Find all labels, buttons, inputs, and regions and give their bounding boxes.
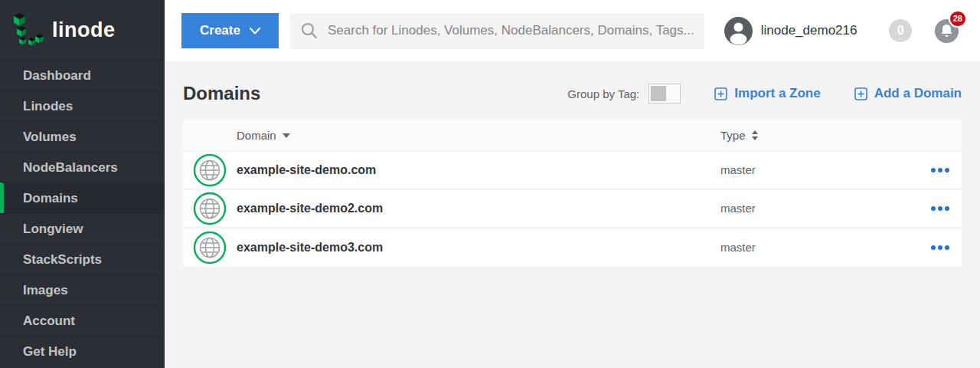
globe-icon bbox=[193, 192, 227, 225]
page-header: Domains Group by Tag: Import a Zone bbox=[183, 75, 962, 112]
sidebar-item-longview[interactable]: Longview bbox=[0, 213, 165, 244]
domain-type: master bbox=[720, 163, 756, 176]
page-title: Domains bbox=[183, 83, 260, 104]
column-header-domain[interactable]: Domain bbox=[237, 129, 720, 142]
topbar: Create linode_demo216 0 bbox=[165, 0, 980, 61]
sidebar: linode Dashboard Linodes Volumes NodeBal… bbox=[0, 0, 165, 368]
sidebar-item-domains[interactable]: Domains bbox=[0, 182, 165, 213]
sidebar-item-label: Longview bbox=[23, 222, 83, 237]
search-input[interactable] bbox=[328, 23, 694, 38]
sort-desc-icon bbox=[283, 133, 290, 138]
globe-icon bbox=[193, 231, 227, 264]
sidebar-item-get-help[interactable]: Get Help bbox=[0, 336, 165, 366]
plus-square-icon bbox=[714, 87, 727, 100]
sidebar-item-label: Domains bbox=[23, 191, 78, 206]
sidebar-item-label: Dashboard bbox=[23, 68, 91, 84]
plus-square-icon bbox=[854, 87, 867, 100]
row-icon-cell bbox=[183, 153, 237, 187]
sidebar-item-volumes[interactable]: Volumes bbox=[0, 121, 165, 152]
group-by-tag-toggle[interactable] bbox=[648, 84, 681, 104]
bell-icon bbox=[940, 24, 953, 38]
create-button[interactable]: Create bbox=[181, 13, 279, 48]
row-actions-menu-button[interactable] bbox=[929, 202, 951, 215]
sidebar-item-label: NodeBalancers bbox=[23, 160, 118, 176]
chevron-down-icon bbox=[250, 28, 260, 34]
add-domain-label: Add a Domain bbox=[874, 86, 962, 101]
column-header-type-label: Type bbox=[720, 129, 746, 142]
notifications-button[interactable]: 28 bbox=[935, 19, 959, 43]
import-zone-button[interactable]: Import a Zone bbox=[714, 86, 820, 101]
column-header-domain-label: Domain bbox=[237, 129, 276, 142]
sidebar-item-label: Images bbox=[23, 283, 68, 298]
sidebar-item-linodes[interactable]: Linodes bbox=[0, 90, 165, 121]
row-icon-cell bbox=[183, 192, 237, 225]
import-zone-label: Import a Zone bbox=[734, 86, 820, 101]
table-row[interactable]: example-site-demo3.com master bbox=[183, 228, 962, 267]
sidebar-item-stackscripts[interactable]: StackScripts bbox=[0, 244, 165, 274]
column-header-type[interactable]: Type bbox=[720, 129, 916, 142]
sidebar-item-account[interactable]: Account bbox=[0, 305, 165, 336]
table-row[interactable]: example-site-demo2.com master bbox=[183, 190, 962, 228]
main-content: Domains Group by Tag: Import a Zone bbox=[165, 61, 980, 368]
sidebar-item-label: Linodes bbox=[23, 99, 73, 114]
search-icon bbox=[300, 21, 318, 40]
sidebar-item-nodebalancers[interactable]: NodeBalancers bbox=[0, 152, 165, 182]
linode-logo-icon bbox=[11, 10, 46, 50]
sidebar-item-label: StackScripts bbox=[23, 252, 102, 268]
domain-name[interactable]: example-site-demo3.com bbox=[237, 241, 383, 254]
pending-count: 0 bbox=[897, 24, 904, 38]
sidebar-item-dashboard[interactable]: Dashboard bbox=[0, 60, 165, 90]
username: linode_demo216 bbox=[761, 23, 858, 38]
domain-type: master bbox=[720, 202, 756, 215]
user-icon bbox=[724, 17, 753, 45]
table-row[interactable]: example-site-demo.com master bbox=[183, 152, 962, 190]
linode-logo[interactable]: linode bbox=[0, 0, 165, 60]
notification-count-badge: 28 bbox=[949, 10, 967, 28]
domain-type: master bbox=[720, 241, 756, 254]
create-button-label: Create bbox=[200, 23, 240, 38]
row-actions-menu-button[interactable] bbox=[929, 241, 951, 255]
domains-table: Domain Type example-site-d bbox=[183, 120, 962, 267]
domain-name[interactable]: example-site-demo.com bbox=[237, 163, 376, 176]
sidebar-item-images[interactable]: Images bbox=[0, 274, 165, 305]
domain-name[interactable]: example-site-demo2.com bbox=[237, 202, 383, 215]
header-controls: Group by Tag: Import a Zone Add a Do bbox=[567, 84, 962, 104]
pending-count-badge[interactable]: 0 bbox=[889, 19, 912, 42]
row-actions-menu-button[interactable] bbox=[929, 163, 951, 177]
avatar bbox=[724, 17, 753, 45]
sidebar-item-label: Volumes bbox=[23, 130, 77, 145]
row-icon-cell bbox=[183, 231, 237, 264]
user-menu[interactable]: linode_demo216 bbox=[724, 17, 858, 45]
brand-name: linode bbox=[52, 18, 116, 42]
notification-count: 28 bbox=[953, 14, 962, 23]
sidebar-item-label: Get Help bbox=[23, 344, 77, 360]
search-bar bbox=[289, 13, 704, 49]
table-header-row: Domain Type bbox=[183, 120, 962, 152]
toggle-knob bbox=[651, 86, 666, 101]
add-domain-button[interactable]: Add a Domain bbox=[854, 86, 962, 101]
sort-both-icon bbox=[752, 130, 758, 140]
group-by-tag-label: Group by Tag: bbox=[567, 87, 639, 100]
globe-icon bbox=[193, 153, 227, 187]
sidebar-item-label: Account bbox=[23, 314, 75, 329]
sidebar-nav: Dashboard Linodes Volumes NodeBalancers … bbox=[0, 60, 165, 366]
